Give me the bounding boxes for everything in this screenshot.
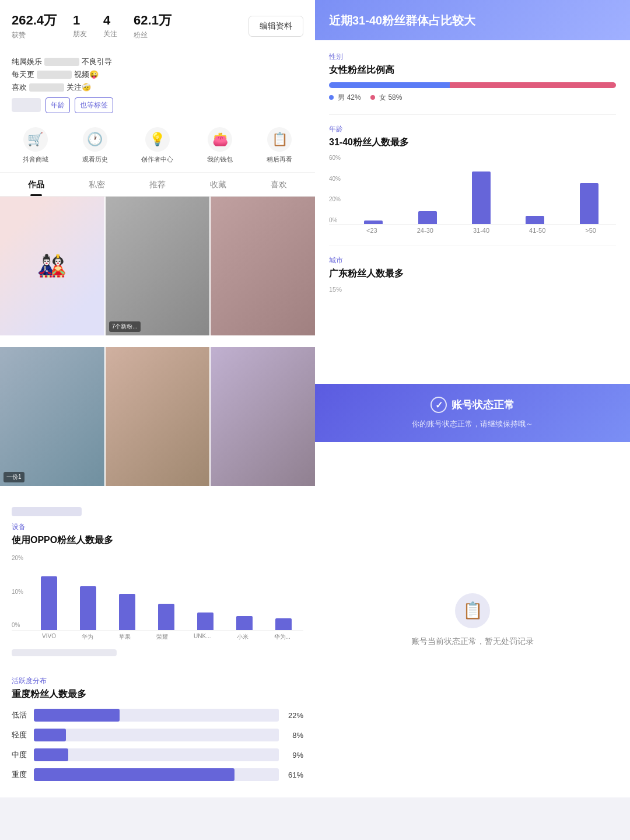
following-number: 4 — [103, 13, 110, 28]
age-x-1: 24-30 — [417, 227, 433, 234]
device-section: 设备 使用OPPO粉丝人数最多 20% 10% 0% — [0, 498, 315, 666]
bar-3140 — [472, 172, 491, 224]
activity-fill-light — [34, 729, 66, 741]
tag-blur — [12, 98, 41, 112]
shop-icon: 🛒 — [23, 127, 48, 152]
activity-bg-heavy — [34, 768, 279, 781]
gender-legend: 男 42% 女 58% — [329, 93, 616, 103]
status-title: 账号状态正常 — [452, 398, 514, 412]
status-subtitle: 你的账号状态正常，请继续保持哦～ — [412, 419, 533, 429]
device-x-4: UNK... — [194, 633, 211, 641]
gender-title: 女性粉丝比例高 — [329, 64, 616, 76]
video-grid: 🎎 7个新粉... 一份1 — [0, 197, 315, 497]
account-normal-text: 账号当前状态正常，暂无处罚记录 — [411, 636, 534, 647]
age-bars — [329, 155, 616, 225]
history-label: 观看历史 — [82, 155, 108, 164]
activity-bg-mid — [34, 748, 279, 761]
tab-works[interactable]: 作品 — [6, 173, 66, 196]
stat-following: 4 关注 — [103, 13, 117, 39]
female-legend: 女 58% — [370, 93, 402, 103]
right-panel: 近期31-40粉丝群体占比较大 性别 女性粉丝比例高 男 42% 女 58% — [315, 0, 630, 797]
age-x-labels: <23 24-30 31-40 41-50 >50 — [329, 227, 616, 234]
activity-pct-low: 22% — [285, 711, 303, 720]
female-dot — [370, 95, 375, 100]
wallet-item[interactable]: 👛 我的钱包 — [207, 127, 233, 164]
device-bars — [12, 555, 303, 631]
tag-age[interactable]: 年龄 — [46, 97, 70, 113]
profile-header: 262.4万 获赞 1 朋友 4 关注 62.1万 粉丝 编辑资料 — [0, 0, 315, 55]
bio-blur-2 — [37, 71, 72, 79]
shop-item[interactable]: 🛒 抖音商城 — [23, 127, 48, 164]
video-cell-4[interactable]: 一份1 — [0, 347, 104, 486]
age-y-1: 40% — [329, 176, 341, 182]
age-y-2: 20% — [329, 196, 341, 202]
age-bar-3140 — [472, 172, 491, 224]
edit-profile-button[interactable]: 编辑资料 — [249, 16, 303, 37]
age-x-4: >50 — [585, 227, 596, 234]
tab-private[interactable]: 私密 — [66, 173, 127, 196]
bio-emoji-2: 🤕 — [82, 81, 91, 94]
device-x-labels: VIVO 华为 苹果 荣耀 UNK... 小米 华为... — [12, 633, 303, 641]
bar-huawei — [80, 586, 96, 630]
stats-row: 262.4万 获赞 1 朋友 4 关注 62.1万 粉丝 编辑资料 — [12, 12, 303, 40]
activity-label-light: 轻度 — [12, 730, 28, 740]
device-y-bot: 0% — [12, 622, 23, 628]
activity-pct-mid: 9% — [285, 751, 303, 760]
tab-favorites[interactable]: 收藏 — [188, 173, 249, 196]
device-section-title: 使用OPPO粉丝人数最多 — [12, 534, 303, 547]
friends-label: 朋友 — [73, 29, 87, 39]
video-cell-2[interactable]: 7个新粉... — [106, 197, 210, 335]
activity-row-light: 轻度 8% — [12, 729, 303, 741]
creator-icon: 💡 — [145, 127, 170, 152]
activity-bg-low — [34, 709, 279, 722]
activity-label-mid: 中度 — [12, 750, 28, 760]
video-cell-6[interactable] — [211, 347, 315, 486]
bio-text-3: 每天更 — [12, 68, 34, 81]
age-x-3: 41-50 — [529, 227, 545, 234]
device-y-mid: 10% — [12, 589, 23, 595]
tag-other[interactable]: 也等标签 — [75, 97, 113, 113]
stat-likes: 262.4万 获赞 — [12, 12, 57, 40]
bar-4150 — [526, 216, 544, 224]
activity-section: 活跃度分布 重度粉丝人数最多 低活 22% 轻度 8% 中度 9% 重度 — [0, 667, 315, 797]
friends-number: 1 — [73, 13, 80, 28]
fans-label: 粉丝 — [134, 30, 148, 40]
device-x-6: 华为... — [274, 633, 290, 641]
normal-icon: 📋 — [455, 593, 490, 628]
history-icon: 🕐 — [83, 127, 107, 152]
age-bar-gt50 — [580, 183, 598, 224]
tab-recommend[interactable]: 推荐 — [127, 173, 188, 196]
device-x-3: 荣耀 — [156, 633, 168, 641]
age-bar-lt23 — [364, 220, 383, 224]
video-cell-3[interactable] — [211, 197, 315, 335]
age-label: 年龄 — [329, 124, 616, 134]
bio-line-3: 喜欢 关注 🤕 — [12, 81, 303, 94]
following-label: 关注 — [103, 29, 117, 39]
female-label: 女 58% — [379, 93, 402, 102]
activity-label-heavy: 重度 — [12, 769, 28, 780]
bio-line-2: 每天更 视频 😜 — [12, 68, 303, 81]
bar-unk — [197, 612, 214, 630]
city-label: 城市 — [329, 256, 616, 265]
tab-likes[interactable]: 喜欢 — [249, 173, 309, 196]
video-cell-5[interactable] — [106, 347, 210, 486]
divider-1 — [329, 114, 616, 115]
age-title: 31-40粉丝人数最多 — [329, 136, 616, 149]
bio-emoji-1: 😜 — [89, 68, 99, 81]
activity-row-mid: 中度 9% — [12, 748, 303, 761]
watchlater-item[interactable]: 📋 稍后再看 — [267, 127, 292, 164]
city-section: 城市 广东粉丝人数最多 15% — [329, 256, 616, 293]
bar-apple — [119, 594, 135, 630]
history-item[interactable]: 🕐 观看历史 — [82, 127, 108, 164]
device-x-0: VIVO — [42, 633, 56, 641]
fan-group-card: 近期31-40粉丝群体占比较大 — [315, 0, 630, 40]
video-cell-1[interactable]: 🎎 — [0, 197, 104, 335]
watchlater-icon: 📋 — [267, 127, 292, 152]
activity-label-low: 低活 — [12, 710, 28, 720]
divider-2 — [329, 246, 616, 246]
bio-line-1: 纯属娱乐 不良引导 — [12, 55, 303, 68]
fans-number: 62.1万 — [134, 12, 172, 29]
activity-row-low: 低活 22% — [12, 709, 303, 722]
bar-lt23 — [364, 220, 383, 224]
creator-item[interactable]: 💡 创作者中心 — [141, 127, 173, 164]
